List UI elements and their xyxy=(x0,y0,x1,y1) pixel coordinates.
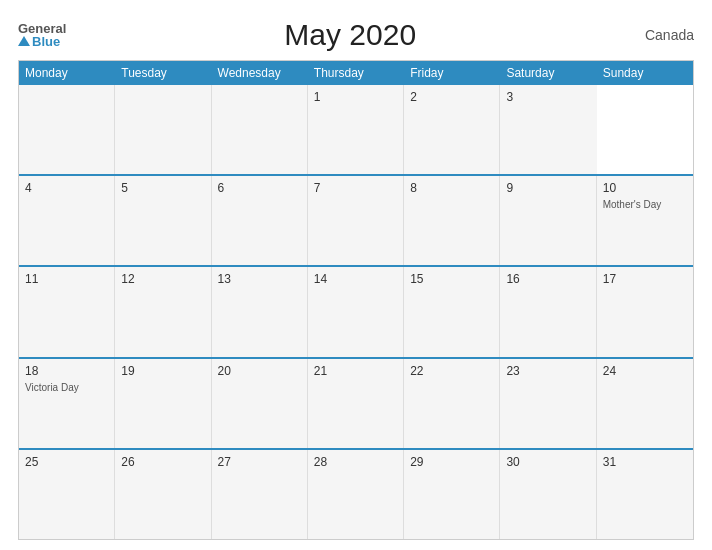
cell-may-10: 10Mother's Day xyxy=(597,176,693,265)
header: General Blue May 2020 Canada xyxy=(18,18,694,52)
cell-may-15: 15 xyxy=(404,267,500,356)
cell-may-30: 30 xyxy=(500,450,596,539)
cell-may-22: 22 xyxy=(404,359,500,448)
header-sunday: Sunday xyxy=(597,61,693,85)
logo-triangle-icon xyxy=(18,36,30,46)
cell-may-14: 14 xyxy=(308,267,404,356)
cell-may-13: 13 xyxy=(212,267,308,356)
calendar: Monday Tuesday Wednesday Thursday Friday… xyxy=(18,60,694,540)
cell-may-25: 25 xyxy=(19,450,115,539)
cell-may-1: 1 xyxy=(308,85,404,174)
cell-may-28: 28 xyxy=(308,450,404,539)
calendar-title: May 2020 xyxy=(66,18,634,52)
week-2: 4 5 6 7 8 9 10Mother's Day xyxy=(19,174,693,265)
cell-may-23: 23 xyxy=(500,359,596,448)
cell-may-8: 8 xyxy=(404,176,500,265)
logo-blue-text: Blue xyxy=(18,35,66,48)
calendar-header: Monday Tuesday Wednesday Thursday Friday… xyxy=(19,61,693,85)
header-wednesday: Wednesday xyxy=(212,61,308,85)
cell-may-4: 4 xyxy=(19,176,115,265)
page: General Blue May 2020 Canada Monday Tues… xyxy=(0,0,712,550)
cell-may-3: 3 xyxy=(500,85,596,174)
logo: General Blue xyxy=(18,22,66,48)
cell-may-16: 16 xyxy=(500,267,596,356)
header-tuesday: Tuesday xyxy=(115,61,211,85)
cell-may-2: 2 xyxy=(404,85,500,174)
cell-may-19: 19 xyxy=(115,359,211,448)
cell-may-17: 17 xyxy=(597,267,693,356)
calendar-body: 1 2 3 4 5 6 7 8 9 10Mother's Day 11 12 1… xyxy=(19,85,693,539)
cell-may-21: 21 xyxy=(308,359,404,448)
week-3: 11 12 13 14 15 16 17 xyxy=(19,265,693,356)
country-label: Canada xyxy=(634,27,694,43)
header-monday: Monday xyxy=(19,61,115,85)
cell-may-27: 27 xyxy=(212,450,308,539)
cell-may-29: 29 xyxy=(404,450,500,539)
cell-empty-3 xyxy=(212,85,308,174)
cell-may-7: 7 xyxy=(308,176,404,265)
week-4: 18Victoria Day 19 20 21 22 23 24 xyxy=(19,357,693,448)
cell-may-9: 9 xyxy=(500,176,596,265)
week-5: 25 26 27 28 29 30 31 xyxy=(19,448,693,539)
cell-may-12: 12 xyxy=(115,267,211,356)
cell-may-26: 26 xyxy=(115,450,211,539)
cell-may-11: 11 xyxy=(19,267,115,356)
cell-empty-1 xyxy=(19,85,115,174)
cell-may-24: 24 xyxy=(597,359,693,448)
week-1: 1 2 3 xyxy=(19,85,693,174)
cell-may-5: 5 xyxy=(115,176,211,265)
header-thursday: Thursday xyxy=(308,61,404,85)
header-friday: Friday xyxy=(404,61,500,85)
cell-empty-2 xyxy=(115,85,211,174)
header-saturday: Saturday xyxy=(500,61,596,85)
cell-may-18: 18Victoria Day xyxy=(19,359,115,448)
cell-may-31: 31 xyxy=(597,450,693,539)
cell-may-20: 20 xyxy=(212,359,308,448)
cell-may-6: 6 xyxy=(212,176,308,265)
